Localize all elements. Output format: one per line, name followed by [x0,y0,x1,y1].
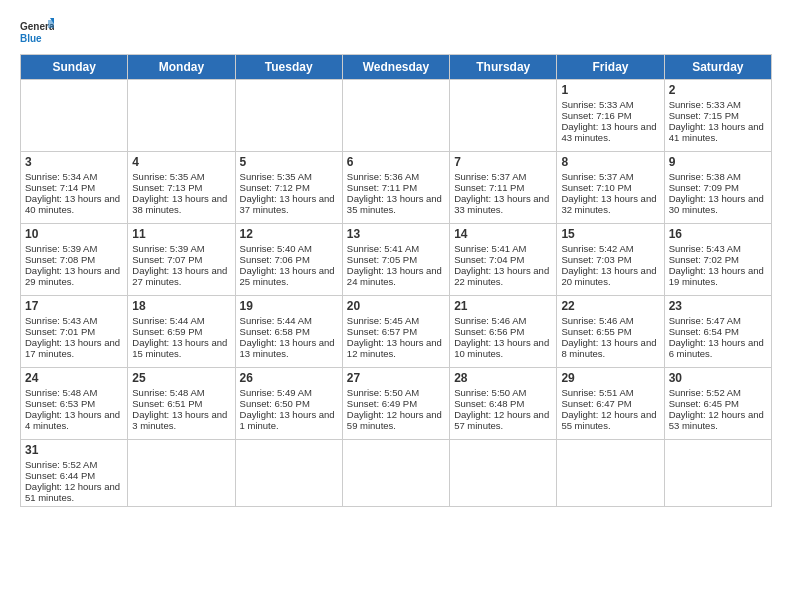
day-number: 7 [454,155,552,169]
day-info: Sunrise: 5:44 AM [240,315,338,326]
day-cell [128,440,235,507]
day-number: 31 [25,443,123,457]
day-info: Sunset: 6:48 PM [454,398,552,409]
day-info: Sunrise: 5:46 AM [561,315,659,326]
day-info: Sunset: 6:47 PM [561,398,659,409]
day-info: Sunrise: 5:41 AM [454,243,552,254]
day-number: 16 [669,227,767,241]
day-info: Sunset: 7:06 PM [240,254,338,265]
day-cell [342,440,449,507]
day-info: Daylight: 13 hours and 3 minutes. [132,409,230,431]
day-cell: 24Sunrise: 5:48 AMSunset: 6:53 PMDayligh… [21,368,128,440]
day-number: 10 [25,227,123,241]
day-cell: 12Sunrise: 5:40 AMSunset: 7:06 PMDayligh… [235,224,342,296]
day-cell: 22Sunrise: 5:46 AMSunset: 6:55 PMDayligh… [557,296,664,368]
day-info: Sunrise: 5:40 AM [240,243,338,254]
day-info: Sunrise: 5:38 AM [669,171,767,182]
day-number: 25 [132,371,230,385]
day-info: Daylight: 13 hours and 8 minutes. [561,337,659,359]
day-info: Sunrise: 5:46 AM [454,315,552,326]
day-number: 30 [669,371,767,385]
day-cell [128,80,235,152]
day-cell: 9Sunrise: 5:38 AMSunset: 7:09 PMDaylight… [664,152,771,224]
day-cell [450,440,557,507]
day-info: Sunset: 6:44 PM [25,470,123,481]
day-number: 23 [669,299,767,313]
day-info: Sunrise: 5:48 AM [25,387,123,398]
day-info: Sunset: 6:57 PM [347,326,445,337]
day-number: 20 [347,299,445,313]
day-info: Sunrise: 5:42 AM [561,243,659,254]
day-info: Sunset: 7:03 PM [561,254,659,265]
day-info: Sunset: 7:10 PM [561,182,659,193]
day-info: Daylight: 13 hours and 29 minutes. [25,265,123,287]
day-info: Sunset: 6:55 PM [561,326,659,337]
day-number: 13 [347,227,445,241]
day-info: Sunrise: 5:35 AM [240,171,338,182]
day-cell: 30Sunrise: 5:52 AMSunset: 6:45 PMDayligh… [664,368,771,440]
day-number: 27 [347,371,445,385]
calendar-table: SundayMondayTuesdayWednesdayThursdayFrid… [20,54,772,507]
logo: General Blue [20,18,54,46]
day-cell: 19Sunrise: 5:44 AMSunset: 6:58 PMDayligh… [235,296,342,368]
day-info: Sunrise: 5:39 AM [132,243,230,254]
day-number: 24 [25,371,123,385]
day-info: Sunrise: 5:43 AM [25,315,123,326]
day-info: Daylight: 13 hours and 15 minutes. [132,337,230,359]
day-info: Daylight: 12 hours and 59 minutes. [347,409,445,431]
day-cell [235,440,342,507]
day-info: Sunrise: 5:50 AM [454,387,552,398]
day-cell: 1Sunrise: 5:33 AMSunset: 7:16 PMDaylight… [557,80,664,152]
day-number: 4 [132,155,230,169]
svg-text:Blue: Blue [20,33,42,44]
day-info: Daylight: 13 hours and 40 minutes. [25,193,123,215]
week-row-5: 31Sunrise: 5:52 AMSunset: 6:44 PMDayligh… [21,440,772,507]
day-info: Sunset: 7:05 PM [347,254,445,265]
weekday-header-row: SundayMondayTuesdayWednesdayThursdayFrid… [21,55,772,80]
day-number: 5 [240,155,338,169]
day-info: Sunrise: 5:33 AM [669,99,767,110]
day-info: Sunset: 7:04 PM [454,254,552,265]
day-info: Daylight: 13 hours and 38 minutes. [132,193,230,215]
day-number: 21 [454,299,552,313]
day-info: Sunset: 6:58 PM [240,326,338,337]
day-info: Daylight: 13 hours and 41 minutes. [669,121,767,143]
day-number: 8 [561,155,659,169]
week-row-0: 1Sunrise: 5:33 AMSunset: 7:16 PMDaylight… [21,80,772,152]
day-cell: 6Sunrise: 5:36 AMSunset: 7:11 PMDaylight… [342,152,449,224]
page: General Blue SundayMondayTuesdayWednesda… [0,0,792,517]
day-info: Daylight: 13 hours and 22 minutes. [454,265,552,287]
day-cell [21,80,128,152]
day-cell: 15Sunrise: 5:42 AMSunset: 7:03 PMDayligh… [557,224,664,296]
day-cell: 23Sunrise: 5:47 AMSunset: 6:54 PMDayligh… [664,296,771,368]
day-info: Sunset: 6:51 PM [132,398,230,409]
day-cell: 21Sunrise: 5:46 AMSunset: 6:56 PMDayligh… [450,296,557,368]
day-info: Sunset: 6:53 PM [25,398,123,409]
day-info: Daylight: 13 hours and 17 minutes. [25,337,123,359]
day-info: Daylight: 13 hours and 30 minutes. [669,193,767,215]
day-info: Sunrise: 5:34 AM [25,171,123,182]
day-info: Daylight: 13 hours and 27 minutes. [132,265,230,287]
day-info: Daylight: 13 hours and 1 minute. [240,409,338,431]
day-cell: 29Sunrise: 5:51 AMSunset: 6:47 PMDayligh… [557,368,664,440]
weekday-wednesday: Wednesday [342,55,449,80]
day-info: Sunrise: 5:52 AM [25,459,123,470]
day-info: Sunrise: 5:35 AM [132,171,230,182]
day-cell: 5Sunrise: 5:35 AMSunset: 7:12 PMDaylight… [235,152,342,224]
day-info: Sunrise: 5:52 AM [669,387,767,398]
day-number: 12 [240,227,338,241]
day-info: Sunset: 7:07 PM [132,254,230,265]
day-info: Sunset: 7:11 PM [454,182,552,193]
day-info: Sunset: 7:13 PM [132,182,230,193]
day-cell: 27Sunrise: 5:50 AMSunset: 6:49 PMDayligh… [342,368,449,440]
day-info: Sunset: 6:50 PM [240,398,338,409]
day-number: 14 [454,227,552,241]
weekday-monday: Monday [128,55,235,80]
day-cell [235,80,342,152]
day-info: Daylight: 13 hours and 20 minutes. [561,265,659,287]
day-info: Daylight: 12 hours and 53 minutes. [669,409,767,431]
weekday-friday: Friday [557,55,664,80]
day-cell: 28Sunrise: 5:50 AMSunset: 6:48 PMDayligh… [450,368,557,440]
day-info: Daylight: 13 hours and 4 minutes. [25,409,123,431]
day-number: 29 [561,371,659,385]
